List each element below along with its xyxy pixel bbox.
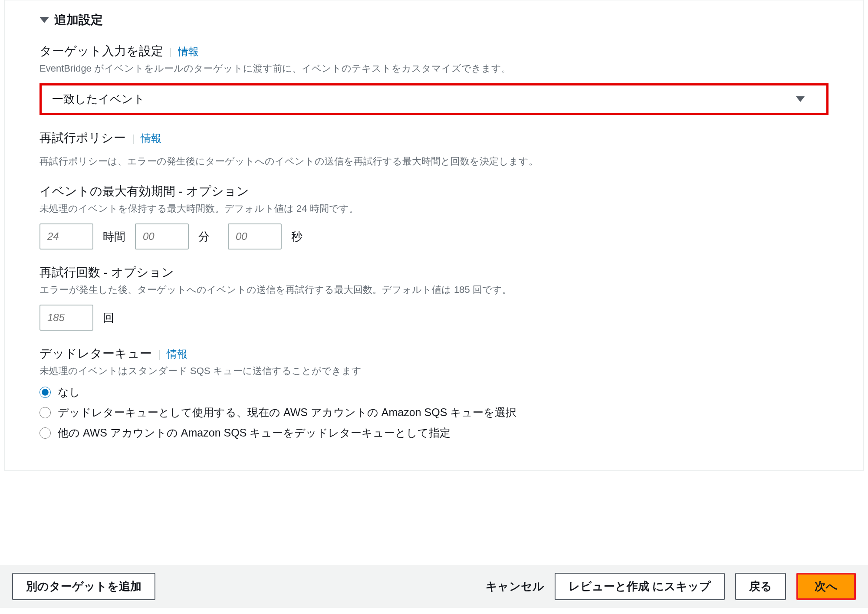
section-title: 追加設定 [54, 12, 103, 28]
back-button[interactable]: 戻る [735, 573, 786, 600]
wizard-footer: 別のターゲットを追加 キャンセル レビューと作成 にスキップ 戻る 次へ [0, 565, 868, 608]
seconds-input[interactable] [228, 223, 282, 250]
target-input-info-link[interactable]: 情報 [178, 45, 199, 59]
chevron-down-icon [796, 96, 805, 102]
retry-count-desc: エラーが発生した後、ターゲットへのイベントの送信を再試行する最大回数。デフォルト… [39, 282, 829, 297]
retry-count-unit: 回 [103, 310, 123, 325]
dlq-label-other: 他の AWS アカウントの Amazon SQS キューをデッドレターキューとし… [58, 426, 450, 440]
dlq-title: デッドレターキュー [39, 345, 152, 362]
dlq-info-link[interactable]: 情報 [167, 347, 187, 361]
retry-policy-title: 再試行ポリシー [39, 130, 126, 146]
footer-right-group: キャンセル レビューと作成 にスキップ 戻る 次へ [486, 573, 856, 600]
dlq-radio-none[interactable] [39, 387, 51, 398]
target-input-header: ターゲット入力を設定 | 情報 [39, 43, 829, 59]
retry-count-group: 再試行回数 - オプション エラーが発生した後、ターゲットへのイベントの送信を再… [39, 264, 829, 331]
add-target-button[interactable]: 別のターゲットを追加 [12, 573, 155, 600]
caret-down-icon [39, 17, 49, 23]
dlq-group: デッドレターキュー | 情報 未処理のイベントはスタンダード SQS キューに送… [39, 345, 829, 440]
dlq-option-current[interactable]: デッドレターキューとして使用する、現在の AWS アカウントの Amazon S… [39, 405, 829, 420]
dlq-label-current: デッドレターキューとして使用する、現在の AWS アカウントの Amazon S… [58, 405, 516, 420]
separator: | [158, 348, 161, 360]
target-input-desc: EventBridge がイベントをルールのターゲットに渡す前に、イベントのテキ… [39, 61, 829, 76]
target-input-select[interactable]: 一致したイベント [39, 83, 829, 115]
target-input-group: ターゲット入力を設定 | 情報 EventBridge がイベントをルールのター… [39, 43, 829, 115]
seconds-unit: 秒 [291, 229, 311, 244]
max-age-group: イベントの最大有効期間 - オプション 未処理のイベントを保持する最大時間数。デ… [39, 183, 829, 250]
dlq-label-none: なし [58, 385, 80, 399]
retry-count-inputs: 回 [39, 305, 829, 331]
retry-policy-desc: 再試行ポリシーは、エラーの発生後にターゲットへのイベントの送信を再試行する最大時… [39, 154, 829, 168]
dlq-option-other[interactable]: 他の AWS アカウントの Amazon SQS キューをデッドレターキューとし… [39, 426, 829, 440]
max-age-desc: 未処理のイベントを保持する最大時間数。デフォルト値は 24 時間です。 [39, 201, 829, 216]
retry-count-title: 再試行回数 - オプション [39, 264, 829, 281]
target-input-title: ターゲット入力を設定 [39, 43, 163, 59]
retry-policy-header: 再試行ポリシー | 情報 [39, 130, 829, 146]
dlq-desc: 未処理のイベントはスタンダード SQS キューに送信することができます [39, 364, 829, 378]
dlq-radio-other[interactable] [39, 427, 51, 439]
separator: | [132, 132, 135, 144]
hours-unit: 時間 [103, 229, 125, 244]
skip-to-review-button[interactable]: レビューと作成 にスキップ [555, 573, 725, 600]
additional-settings-panel: 追加設定 ターゲット入力を設定 | 情報 EventBridge がイベントをル… [4, 0, 864, 471]
retry-policy-info-link[interactable]: 情報 [141, 131, 161, 145]
dlq-option-none[interactable]: なし [39, 385, 829, 399]
max-age-title: イベントの最大有効期間 - オプション [39, 183, 829, 200]
dlq-radio-group: なし デッドレターキューとして使用する、現在の AWS アカウントの Amazo… [39, 385, 829, 440]
dlq-radio-current[interactable] [39, 407, 51, 418]
minutes-input[interactable] [135, 223, 189, 250]
separator: | [169, 46, 172, 58]
dlq-header: デッドレターキュー | 情報 [39, 345, 829, 362]
minutes-unit: 分 [198, 229, 218, 244]
additional-settings-toggle[interactable]: 追加設定 [39, 12, 829, 28]
retry-count-input[interactable] [39, 305, 93, 331]
cancel-button[interactable]: キャンセル [486, 579, 544, 594]
next-button[interactable]: 次へ [796, 573, 856, 600]
retry-policy-group: 再試行ポリシー | 情報 再試行ポリシーは、エラーの発生後にターゲットへのイベン… [39, 130, 829, 168]
target-input-select-value: 一致したイベント [52, 92, 145, 107]
hours-input[interactable] [39, 223, 93, 250]
max-age-inputs: 時間 分 秒 [39, 223, 829, 250]
